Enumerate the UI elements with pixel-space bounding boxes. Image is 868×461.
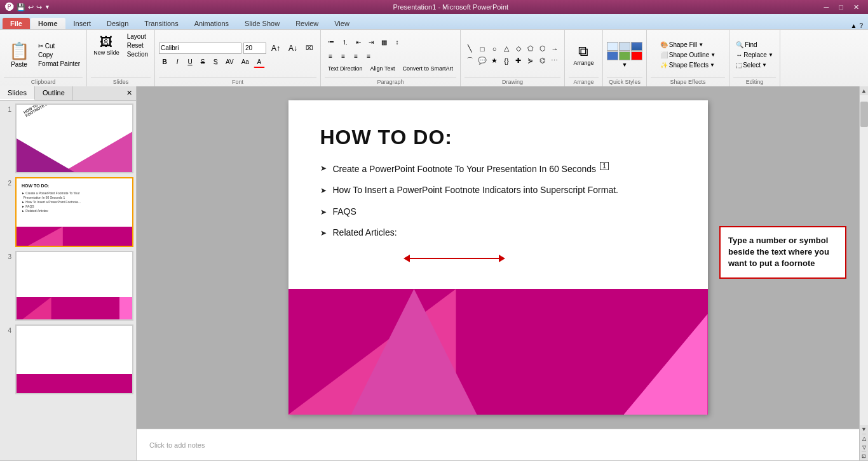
font-size-input[interactable] <box>243 43 266 54</box>
tab-file[interactable]: File <box>3 18 30 29</box>
scroll-down-button[interactable]: ▼ <box>860 425 869 434</box>
shape-chevron[interactable]: ⋟ <box>525 55 536 67</box>
shape-pentagon[interactable]: ⬠ <box>525 43 536 55</box>
new-slide-button[interactable]: 🖼 New Slide <box>91 32 122 58</box>
tab-review[interactable]: Review <box>288 18 326 29</box>
shadow-button[interactable]: S <box>210 57 221 67</box>
shape-fill-button[interactable]: 🎨 Shape Fill ▼ <box>658 41 718 49</box>
tab-outline[interactable]: Outline <box>35 86 73 100</box>
close-button[interactable]: ✕ <box>850 2 863 13</box>
arrange-button[interactable]: ⧉ Arrange <box>571 41 596 69</box>
ribbon-collapse-btn[interactable]: ▲ <box>851 22 857 29</box>
align-right-button[interactable]: ≡ <box>350 51 362 62</box>
tab-insert[interactable]: Insert <box>66 18 99 29</box>
text-direction-button[interactable]: Text Direction <box>325 63 366 74</box>
increase-font-size-button[interactable]: A↑ <box>268 42 283 55</box>
font-color-button[interactable]: A <box>254 57 265 68</box>
character-spacing-button[interactable]: AV <box>222 57 237 67</box>
replace-dropdown[interactable]: ▼ <box>768 52 773 58</box>
tab-slideshow[interactable]: Slide Show <box>237 18 287 29</box>
scroll-up-button[interactable]: ▲ <box>860 86 869 95</box>
bold-button[interactable]: B <box>159 57 170 67</box>
scroll-track[interactable] <box>860 95 869 425</box>
replace-button[interactable]: ↔ Replace ▼ <box>733 51 776 59</box>
scroll-page-down[interactable]: ▽ <box>862 443 866 451</box>
panel-close-button[interactable]: ✕ <box>123 86 136 100</box>
tab-view[interactable]: View <box>327 18 357 29</box>
slide-thumb-1[interactable]: HOW TO CREATE AFOOTNOTE IN POWERPOINT <box>15 104 133 173</box>
ribbon-help-btn[interactable]: ? <box>859 22 863 29</box>
paste-button[interactable]: 📋 Paste <box>4 39 34 70</box>
quickstyles-dropdown[interactable]: ▼ <box>622 62 628 68</box>
shape-callout[interactable]: 💬 <box>477 55 488 67</box>
notes-area[interactable]: Click to add notes <box>137 429 859 460</box>
qs-style-4[interactable] <box>607 51 618 60</box>
line-spacing-button[interactable]: ↕ <box>391 37 403 48</box>
qa-undo[interactable]: ↩ <box>28 3 34 11</box>
shape-bracket[interactable]: {} <box>501 55 512 67</box>
shape-outline-button[interactable]: ⬜ Shape Outline ▼ <box>658 51 718 59</box>
slide-thumb-3[interactable] <box>15 251 133 321</box>
center-button[interactable]: ≡ <box>337 51 349 62</box>
decrease-font-size-button[interactable]: A↓ <box>285 42 301 55</box>
select-dropdown[interactable]: ▼ <box>762 62 767 68</box>
copy-button[interactable]: Copy <box>36 51 83 59</box>
tab-design[interactable]: Design <box>99 18 136 29</box>
tab-slides[interactable]: Slides <box>0 86 35 100</box>
qs-style-3[interactable] <box>631 42 642 51</box>
shape-rect[interactable]: □ <box>477 43 488 55</box>
strikethrough-button[interactable]: S <box>197 57 208 67</box>
shape-star[interactable]: ★ <box>489 55 500 67</box>
qs-style-6[interactable] <box>631 51 642 60</box>
vertical-scrollbar[interactable]: ▲ ▼ △ ▽ ⊡ <box>859 86 868 460</box>
shape-hexagon[interactable]: ⬡ <box>537 43 548 55</box>
shape-effects-button[interactable]: ✨ Shape Effects ▼ <box>658 61 718 69</box>
scroll-page-up[interactable]: △ <box>862 434 866 443</box>
shape-fill-dropdown[interactable]: ▼ <box>698 42 703 48</box>
qa-redo[interactable]: ↪ <box>36 3 42 11</box>
tab-home[interactable]: Home <box>31 18 65 29</box>
shape-brace[interactable]: ⌬ <box>537 55 548 67</box>
slide-thumb-2[interactable]: HOW TO DO: ► Create a PowerPoint Footnot… <box>15 177 133 247</box>
section-button[interactable]: Section <box>125 50 151 58</box>
shape-line[interactable]: ╲ <box>465 43 476 55</box>
qs-style-5[interactable] <box>619 51 630 60</box>
numbering-button[interactable]: ⒈ <box>339 36 351 49</box>
underline-button[interactable]: U <box>184 57 196 67</box>
slide-thumb-4[interactable] <box>15 324 133 394</box>
layout-button[interactable]: Layout <box>125 32 151 41</box>
slide-thumbnails[interactable]: 1 HOW TO CREATE AFOOTNOTE IN POWERPOINT … <box>0 101 136 460</box>
align-left-button[interactable]: ≡ <box>325 51 336 62</box>
maximize-button[interactable]: □ <box>835 2 847 13</box>
shape-diamond[interactable]: ◇ <box>513 43 524 55</box>
shape-curve[interactable]: ⌒ <box>465 55 476 67</box>
tab-animations[interactable]: Animations <box>187 18 236 29</box>
shape-triangle[interactable]: △ <box>501 43 512 55</box>
clear-format-button[interactable]: ⌧ <box>302 43 316 53</box>
align-text-button[interactable]: Align Text <box>367 63 398 74</box>
qa-dropdown[interactable]: ▼ <box>44 4 50 10</box>
shape-circle[interactable]: ○ <box>489 43 500 55</box>
font-name-input[interactable] <box>159 43 241 54</box>
qs-style-2[interactable] <box>619 42 630 51</box>
shape-more[interactable]: ⋯ <box>549 55 560 67</box>
slide-canvas-container[interactable]: HOW TO DO: ➤ Create a PowerPoint Footnot… <box>137 86 859 429</box>
shape-cross[interactable]: ✚ <box>513 55 524 67</box>
change-case-button[interactable]: Aa <box>238 57 252 67</box>
decrease-indent-button[interactable]: ⇤ <box>353 37 364 48</box>
bullets-button[interactable]: ≔ <box>325 37 337 48</box>
convert-smartart-button[interactable]: Convert to SmartArt <box>399 63 456 74</box>
qs-style-1[interactable] <box>607 42 618 51</box>
cut-button[interactable]: ✂ Cut <box>36 42 83 50</box>
format-painter-button[interactable]: Format Painter <box>36 60 83 68</box>
scroll-fit[interactable]: ⊡ <box>862 451 866 460</box>
minimize-button[interactable]: ─ <box>820 2 833 13</box>
shape-outline-dropdown[interactable]: ▼ <box>710 52 715 58</box>
scroll-thumb[interactable] <box>860 102 868 127</box>
increase-indent-button[interactable]: ⇥ <box>365 37 377 48</box>
italic-button[interactable]: I <box>172 57 183 67</box>
shape-effects-dropdown[interactable]: ▼ <box>710 62 715 68</box>
justify-button[interactable]: ≡ <box>363 51 374 62</box>
shape-arrow[interactable]: → <box>549 43 560 55</box>
reset-button[interactable]: Reset <box>125 41 151 50</box>
